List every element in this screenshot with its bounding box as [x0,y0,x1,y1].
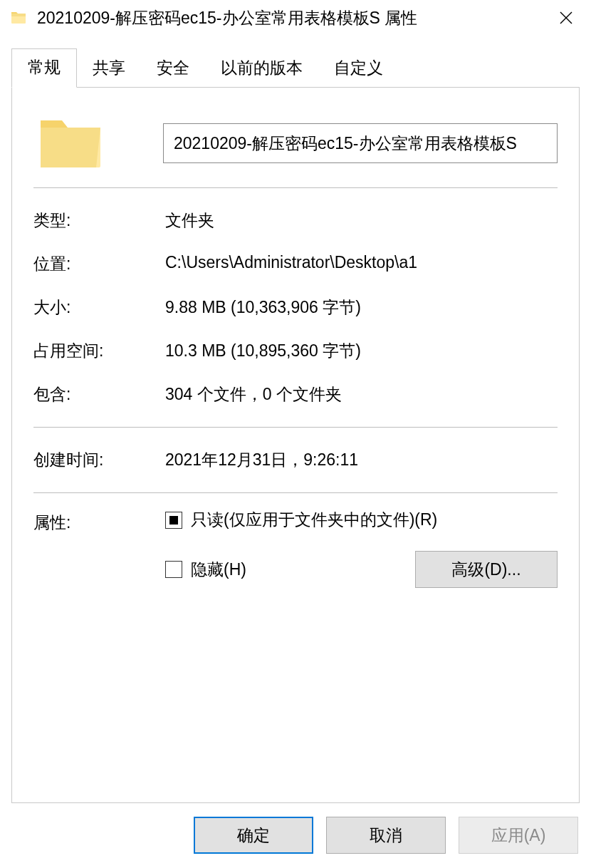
location-value: C:\Users\Administrator\Desktop\a1 [165,253,558,275]
folder-name-value: 20210209-解压密码ec15-办公室常用表格模板S [174,133,517,155]
hidden-checkbox[interactable] [165,561,182,578]
row-created: 创建时间: 2021年12月31日，9:26:11 [33,449,558,471]
created-label: 创建时间: [33,449,165,471]
svg-rect-1 [11,14,26,16]
ok-button[interactable]: 确定 [194,817,313,854]
tab-security[interactable]: 安全 [141,50,205,88]
row-attributes: 属性: 只读(仅应用于文件夹中的文件)(R) 隐藏(H) [33,509,558,588]
close-button[interactable] [541,0,591,36]
folder-large-icon [36,115,105,172]
readonly-checkbox-row: 只读(仅应用于文件夹中的文件)(R) [165,509,558,531]
tab-general[interactable]: 常规 [11,48,77,88]
size-label: 大小: [33,296,165,319]
type-label: 类型: [33,210,165,232]
size-on-disk-label: 占用空间: [33,340,165,362]
row-size: 大小: 9.88 MB (10,363,906 字节) [33,296,558,319]
advanced-button-label: 高级(D)... [451,559,521,581]
hidden-checkbox-row: 隐藏(H) [165,559,246,581]
tab-previous-versions[interactable]: 以前的版本 [205,50,318,88]
apply-button-label: 应用(A) [491,825,546,847]
readonly-label: 只读(仅应用于文件夹中的文件)(R) [191,509,437,531]
cancel-button-label: 取消 [370,825,402,847]
row-contains: 包含: 304 个文件，0 个文件夹 [33,383,558,405]
folder-icon [10,9,27,26]
svg-marker-5 [41,128,100,167]
titlebar: 20210209-解压密码ec15-办公室常用表格模板S 属性 [0,0,591,36]
size-on-disk-value: 10.3 MB (10,895,360 字节) [165,340,558,362]
tab-strip: 常规 共享 安全 以前的版本 自定义 [11,48,580,88]
separator [33,427,558,428]
contains-value: 304 个文件，0 个文件夹 [165,383,558,405]
size-value: 9.88 MB (10,363,906 字节) [165,296,558,319]
row-size-on-disk: 占用空间: 10.3 MB (10,895,360 字节) [33,340,558,362]
dialog-buttons: 确定 取消 应用(A) [194,817,578,854]
window-title: 20210209-解压密码ec15-办公室常用表格模板S 属性 [37,7,417,29]
readonly-checkbox[interactable] [165,512,182,529]
row-type: 类型: 文件夹 [33,210,558,232]
contains-label: 包含: [33,383,165,405]
type-value: 文件夹 [165,210,558,232]
tab-area: 常规 共享 安全 以前的版本 自定义 20210209-解压密码ec15-办公室… [11,48,580,803]
apply-button[interactable]: 应用(A) [459,817,578,854]
advanced-button[interactable]: 高级(D)... [415,551,558,588]
row-location: 位置: C:\Users\Administrator\Desktop\a1 [33,253,558,275]
tab-sharing[interactable]: 共享 [77,50,141,88]
close-icon [559,11,573,25]
separator [33,187,558,188]
properties-dialog: 20210209-解压密码ec15-办公室常用表格模板S 属性 常规 共享 安全… [0,0,591,868]
folder-name-input[interactable]: 20210209-解压密码ec15-办公室常用表格模板S [163,123,558,163]
attributes-label: 属性: [33,509,165,534]
ok-button-label: 确定 [237,825,270,847]
location-label: 位置: [33,253,165,275]
separator [33,492,558,493]
header-row: 20210209-解压密码ec15-办公室常用表格模板S [33,115,558,172]
created-value: 2021年12月31日，9:26:11 [165,449,558,471]
hidden-label: 隐藏(H) [191,559,246,581]
cancel-button[interactable]: 取消 [326,817,446,854]
tab-customize[interactable]: 自定义 [318,50,399,88]
tab-panel: 20210209-解压密码ec15-办公室常用表格模板S 类型: 文件夹 位置:… [11,87,580,803]
